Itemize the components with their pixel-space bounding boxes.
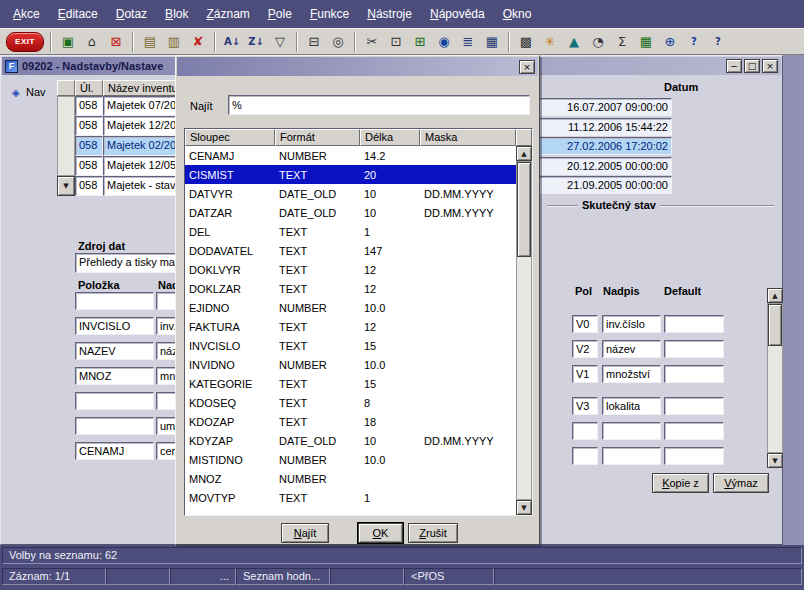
clock-icon[interactable]: ◔ bbox=[586, 31, 610, 52]
nadpis-field[interactable]: množství bbox=[602, 365, 661, 383]
nadpis-field[interactable]: inv.číslo bbox=[602, 315, 661, 333]
copy-icon[interactable]: ⊡ bbox=[384, 31, 408, 52]
lov-row[interactable]: KDOSEQTEXT8 bbox=[185, 393, 516, 412]
menu-editace[interactable]: Editace bbox=[49, 1, 107, 27]
lov-row[interactable]: DELTEXT1 bbox=[185, 222, 516, 241]
menu-dotaz[interactable]: Dotaz bbox=[107, 1, 156, 27]
inventory-cell-ul[interactable]: 058 bbox=[75, 176, 103, 196]
globe-icon[interactable]: ⊕ bbox=[658, 31, 682, 52]
lov-scrollbar-track[interactable] bbox=[516, 161, 532, 500]
print-icon[interactable]: ⊟ bbox=[302, 31, 326, 52]
menu-okno[interactable]: Okno bbox=[494, 1, 541, 27]
pol-field[interactable]: V3 bbox=[572, 397, 598, 415]
default-field[interactable] bbox=[664, 340, 724, 358]
menu-zaznam[interactable]: Záznam bbox=[197, 1, 258, 27]
pol-field[interactable] bbox=[572, 447, 598, 465]
polozka-field[interactable]: NAZEV bbox=[75, 342, 154, 360]
right-scrollbar-track[interactable] bbox=[767, 303, 783, 453]
lov-row[interactable]: EJIDNONUMBER10.0 bbox=[185, 298, 516, 317]
inventory-cell-ul[interactable]: 058 bbox=[75, 116, 103, 136]
polozka-field[interactable]: MNOZ bbox=[75, 367, 154, 385]
nadpis-field[interactable]: název bbox=[602, 340, 661, 358]
lov-row[interactable]: KDYZAPDATE_OLD10DD.MM.YYYY bbox=[185, 431, 516, 450]
menu-pole[interactable]: Pole bbox=[259, 1, 301, 27]
lov-row[interactable]: MOVTYPTEXT1 bbox=[185, 488, 516, 507]
folder-remove-icon[interactable]: ▥ bbox=[162, 31, 186, 52]
exit-button[interactable]: EXIT bbox=[6, 32, 44, 52]
folder-icon[interactable]: ▤ bbox=[138, 31, 162, 52]
pol-field[interactable]: V0 bbox=[572, 315, 598, 333]
lov-row[interactable]: KATEGORIETEXT15 bbox=[185, 374, 516, 393]
right-scroll-up-icon[interactable]: ▲ bbox=[767, 288, 783, 303]
inventory-cell-ul[interactable]: 058 bbox=[75, 96, 103, 116]
sort-descending-icon[interactable]: Z↓ bbox=[244, 31, 268, 52]
delete-record-icon[interactable]: ⊠ bbox=[104, 31, 128, 52]
default-field[interactable] bbox=[664, 315, 724, 333]
nadpis-field[interactable] bbox=[602, 447, 661, 465]
favorites-icon[interactable]: ✳ bbox=[538, 31, 562, 52]
lov-scroll-up-icon[interactable]: ▲ bbox=[516, 146, 532, 161]
pol-field[interactable]: V1 bbox=[572, 365, 598, 383]
menu-funkce[interactable]: Funkce bbox=[301, 1, 358, 27]
menu-nastroje[interactable]: Nástroje bbox=[358, 1, 421, 27]
filter-icon[interactable]: ▽ bbox=[268, 31, 292, 52]
dialog-titlebar[interactable]: × bbox=[177, 57, 538, 76]
default-field[interactable] bbox=[664, 365, 724, 383]
inventory-cell-ul[interactable]: 058 bbox=[75, 156, 103, 176]
pol-field[interactable]: V2 bbox=[572, 340, 598, 358]
polozka-field[interactable] bbox=[75, 417, 154, 435]
polozka-field[interactable] bbox=[75, 292, 154, 310]
zdroj-dat-combobox[interactable]: Přehledy a tisky ma bbox=[75, 253, 181, 273]
default-field[interactable] bbox=[664, 397, 724, 415]
default-field[interactable] bbox=[664, 422, 724, 440]
polozka-field[interactable] bbox=[75, 392, 154, 410]
close-icon[interactable]: × bbox=[762, 59, 778, 73]
lov-row[interactable]: DATVYRDATE_OLD10DD.MM.YYYY bbox=[185, 184, 516, 203]
lov-row[interactable]: DODAVATELTEXT147 bbox=[185, 241, 516, 260]
dialog-ok-button[interactable]: OK bbox=[358, 523, 403, 543]
nadpis-field[interactable] bbox=[602, 422, 661, 440]
kopie-z-button[interactable]: Kopie z bbox=[652, 473, 709, 493]
menu-napoveda[interactable]: Nápověda bbox=[421, 1, 494, 27]
dialog-close-icon[interactable]: × bbox=[519, 60, 535, 74]
inventory-scroll-down-icon[interactable]: ▼ bbox=[57, 176, 75, 196]
right-scrollbar-thumb[interactable] bbox=[768, 304, 782, 346]
print-preview-icon[interactable]: ◎ bbox=[326, 31, 350, 52]
table-icon[interactable]: ▦ bbox=[480, 31, 504, 52]
vymaz-button[interactable]: Výmaz bbox=[713, 473, 769, 493]
excel-icon[interactable]: ▦ bbox=[634, 31, 658, 52]
lov-row-selected[interactable]: CISMISTTEXT20 bbox=[185, 165, 516, 184]
lov-scroll-down-icon[interactable]: ▼ bbox=[516, 500, 532, 515]
lov-row[interactable]: KDOZAPTEXT18 bbox=[185, 412, 516, 431]
inventory-cell-ul[interactable]: 058 bbox=[75, 136, 103, 156]
lov-row[interactable]: DOKLZARTEXT12 bbox=[185, 279, 516, 298]
sort-ascending-icon[interactable]: A↓ bbox=[220, 31, 244, 52]
paste-icon[interactable]: ⊞ bbox=[408, 31, 432, 52]
minimize-icon[interactable]: − bbox=[726, 59, 742, 73]
find-input[interactable] bbox=[228, 95, 530, 115]
sum-icon[interactable]: Σ bbox=[610, 31, 634, 52]
context-help-icon[interactable]: ? bbox=[706, 31, 730, 52]
save-icon[interactable]: ▣ bbox=[56, 31, 80, 52]
lov-row[interactable]: MNOZNUMBER bbox=[185, 469, 516, 488]
pol-field[interactable] bbox=[572, 422, 598, 440]
menu-akce[interactable]: Akce bbox=[4, 1, 49, 27]
lov-row[interactable]: CENAMJNUMBER14.2 bbox=[185, 146, 516, 165]
lov-row[interactable]: FAKTURATEXT12 bbox=[185, 317, 516, 336]
dialog-zrusit-button[interactable]: Zrušit bbox=[408, 523, 458, 543]
inventory-scrollbar-track[interactable] bbox=[57, 96, 75, 176]
zoom-icon[interactable]: ◉ bbox=[432, 31, 456, 52]
right-scroll-down-icon[interactable]: ▼ bbox=[767, 453, 783, 468]
lov-row[interactable]: INVIDNONUMBER10.0 bbox=[185, 355, 516, 374]
dialog-najit-button[interactable]: Najít bbox=[281, 523, 329, 543]
help-icon[interactable]: ? bbox=[682, 31, 706, 52]
lov-scrollbar-thumb[interactable] bbox=[517, 162, 531, 257]
chart-icon[interactable]: ▲ bbox=[562, 31, 586, 52]
detail-list-icon[interactable]: ≣ bbox=[456, 31, 480, 52]
nav-label[interactable]: Nav bbox=[26, 86, 46, 98]
lov-row[interactable]: INVCISLOTEXT15 bbox=[185, 336, 516, 355]
cut-icon[interactable]: ✂ bbox=[360, 31, 384, 52]
polozka-field[interactable]: CENAMJ bbox=[75, 442, 154, 460]
cancel-query-icon[interactable]: ✘ bbox=[186, 31, 210, 52]
lov-row[interactable]: MISTIDNONUMBER10.0 bbox=[185, 450, 516, 469]
